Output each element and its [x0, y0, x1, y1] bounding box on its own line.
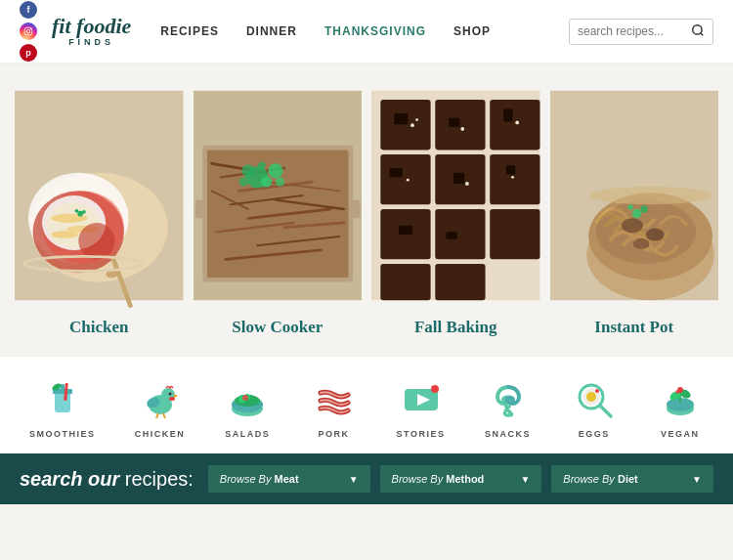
svg-point-81 — [640, 205, 647, 212]
svg-marker-91 — [174, 394, 178, 398]
svg-point-67 — [415, 118, 418, 121]
svg-point-71 — [465, 182, 469, 186]
search-button[interactable] — [691, 23, 705, 40]
svg-point-72 — [511, 176, 514, 179]
stories-icon — [398, 376, 445, 423]
cat-vegan[interactable]: VEGAN — [657, 376, 704, 439]
svg-point-1 — [26, 29, 29, 32]
instagram-icon[interactable] — [20, 22, 37, 40]
nav-thanksgiving[interactable]: THANKSGIVING — [324, 24, 426, 38]
svg-rect-45 — [349, 200, 360, 219]
svg-point-2 — [30, 28, 31, 29]
eggs-icon — [571, 376, 618, 423]
nav-shop[interactable]: SHOP — [453, 24, 491, 38]
svg-rect-55 — [490, 209, 539, 259]
recipe-label-fallbaking: Fall Baking — [414, 318, 497, 337]
cat-smoothies[interactable]: SMOOTHIES — [29, 376, 96, 439]
recipe-card-fallbaking[interactable]: Fall Baking — [366, 78, 545, 342]
salads-icon — [224, 376, 271, 423]
cat-label-pork: PORK — [318, 429, 349, 439]
cat-stories[interactable]: STORIES — [397, 376, 446, 439]
svg-rect-59 — [449, 118, 459, 127]
svg-rect-62 — [453, 173, 464, 184]
social-icons: f p — [20, 1, 37, 62]
search-bar[interactable] — [569, 19, 713, 45]
cat-snacks[interactable]: SNACKS — [485, 376, 532, 439]
svg-point-19 — [75, 209, 79, 213]
recipe-label-chicken: Chicken — [69, 318, 128, 337]
pinterest-icon[interactable]: p — [20, 44, 37, 62]
dropdown-meat[interactable]: Browse By Meat ▼ — [208, 465, 370, 493]
recipe-card-slowcooker[interactable]: Slow Cooker — [189, 78, 367, 342]
svg-point-107 — [431, 385, 439, 393]
svg-line-111 — [600, 406, 611, 416]
search-bold: search our — [20, 468, 125, 490]
svg-point-82 — [627, 204, 633, 210]
cat-label-eggs: EGGS — [579, 429, 610, 439]
facebook-icon[interactable]: f — [20, 1, 37, 19]
svg-point-70 — [407, 179, 410, 182]
svg-point-92 — [169, 393, 172, 396]
cat-label-smoothies: SMOOTHIES — [29, 429, 96, 439]
svg-point-41 — [238, 177, 247, 186]
svg-point-38 — [268, 163, 282, 178]
bottom-search-bar: search our recipes: Browse By Meat ▼ Bro… — [0, 453, 733, 504]
search-input[interactable] — [578, 24, 685, 38]
svg-line-4 — [701, 32, 704, 35]
svg-point-3 — [693, 24, 702, 33]
snacks-icon — [485, 376, 532, 423]
svg-rect-54 — [435, 209, 485, 259]
nav-recipes[interactable]: RECIPES — [160, 24, 219, 38]
recipe-card-instantpot[interactable]: Instant Pot — [545, 78, 724, 342]
svg-point-14 — [51, 231, 78, 237]
cat-label-chicken: CHICKEN — [135, 429, 186, 439]
svg-rect-57 — [435, 264, 485, 300]
svg-rect-84 — [55, 391, 70, 412]
main-nav: RECIPES DINNER THANKSGIVING SHOP — [160, 24, 569, 38]
chevron-down-icon: ▼ — [692, 474, 702, 485]
svg-rect-63 — [506, 165, 515, 174]
svg-point-66 — [410, 123, 414, 127]
recipe-label-slowcooker: Slow Cooker — [232, 318, 323, 337]
search-regular: recipes: — [125, 468, 194, 490]
svg-point-20 — [82, 210, 86, 214]
logo[interactable]: fit foodie FINDS — [52, 16, 131, 47]
svg-rect-50 — [380, 154, 430, 204]
svg-rect-61 — [390, 168, 403, 177]
svg-rect-86 — [61, 384, 65, 391]
svg-point-69 — [515, 121, 519, 125]
cat-chicken[interactable]: CHICKEN — [135, 376, 186, 439]
header: f p fit foodie FINDS RECIPES DINNER THAN… — [0, 0, 733, 64]
svg-point-80 — [631, 209, 640, 218]
recipe-img-chicken — [15, 83, 184, 308]
svg-point-110 — [586, 392, 596, 402]
cat-salads[interactable]: SALADS — [224, 376, 271, 439]
svg-point-42 — [275, 177, 283, 186]
smoothies-icon — [39, 376, 86, 423]
recipe-img-slowcooker — [194, 83, 363, 308]
chevron-down-icon: ▼ — [349, 474, 359, 485]
search-our-recipes-label: search our recipes: — [20, 468, 194, 491]
cat-label-vegan: VEGAN — [661, 429, 700, 439]
chicken-icon — [136, 376, 183, 423]
recipe-card-chicken[interactable]: Chicken — [10, 78, 189, 342]
svg-rect-58 — [394, 113, 408, 124]
dropdown-method[interactable]: Browse By Method ▼ — [380, 465, 542, 493]
categories-row: SMOOTHIES CH — [0, 357, 733, 453]
cat-eggs[interactable]: EGGS — [571, 376, 618, 439]
svg-rect-48 — [435, 100, 485, 150]
svg-rect-49 — [490, 100, 539, 150]
svg-line-95 — [163, 413, 165, 418]
svg-point-68 — [460, 127, 464, 131]
svg-point-96 — [169, 397, 175, 401]
recipe-label-instantpot: Instant Pot — [594, 318, 673, 337]
dropdown-diet[interactable]: Browse By Diet ▼ — [551, 465, 713, 493]
pork-icon — [310, 376, 357, 423]
cat-pork[interactable]: PORK — [310, 376, 357, 439]
nav-dinner[interactable]: DINNER — [246, 24, 297, 38]
svg-rect-52 — [490, 154, 539, 204]
logo-main: fit foodie — [52, 16, 131, 37]
svg-point-39 — [241, 164, 254, 177]
svg-line-94 — [156, 413, 158, 418]
cat-label-stories: STORIES — [397, 429, 446, 439]
